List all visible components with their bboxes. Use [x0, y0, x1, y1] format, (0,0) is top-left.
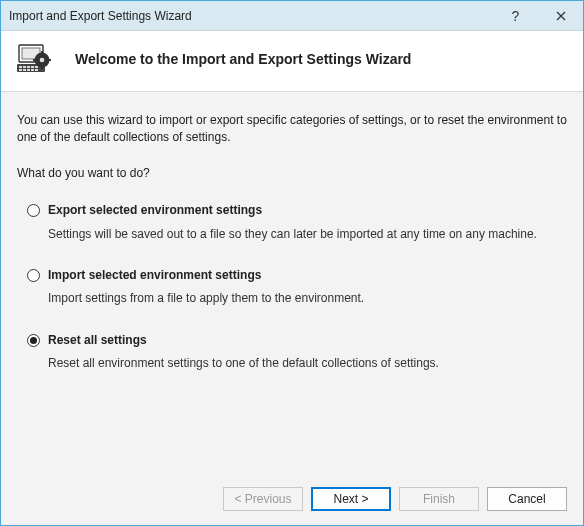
option-import: Import selected environment settings Imp…: [17, 267, 567, 308]
svg-rect-9: [23, 69, 26, 71]
option-reset: Reset all settings Reset all environment…: [17, 332, 567, 373]
title-bar: Import and Export Settings Wizard ?: [1, 1, 583, 31]
body-area: You can use this wizard to import or exp…: [1, 92, 583, 473]
option-reset-row[interactable]: Reset all settings: [27, 332, 567, 349]
help-icon: ?: [512, 8, 520, 24]
svg-rect-10: [27, 69, 30, 71]
option-import-row[interactable]: Import selected environment settings: [27, 267, 567, 284]
cancel-button[interactable]: Cancel: [487, 487, 567, 511]
page-title: Welcome to the Import and Export Setting…: [75, 51, 411, 67]
next-button[interactable]: Next >: [311, 487, 391, 511]
option-export-row[interactable]: Export selected environment settings: [27, 202, 567, 219]
radio-import[interactable]: [27, 269, 40, 282]
window-title: Import and Export Settings Wizard: [9, 9, 493, 23]
option-export-desc: Settings will be saved out to a file so …: [48, 226, 567, 243]
previous-button: < Previous: [223, 487, 303, 511]
svg-rect-16: [41, 66, 43, 69]
intro-text: You can use this wizard to import or exp…: [17, 112, 567, 147]
wizard-window: Import and Export Settings Wizard ?: [0, 0, 584, 526]
svg-rect-7: [35, 66, 38, 68]
wizard-icon: [17, 43, 51, 75]
svg-rect-15: [41, 51, 43, 54]
finish-button: Finish: [399, 487, 479, 511]
svg-rect-12: [35, 69, 38, 71]
radio-export[interactable]: [27, 204, 40, 217]
svg-rect-17: [33, 59, 36, 61]
svg-rect-6: [31, 66, 34, 68]
close-icon: [556, 8, 566, 24]
footer-area: < Previous Next > Finish Cancel: [1, 473, 583, 525]
option-reset-label: Reset all settings: [48, 332, 147, 349]
help-button[interactable]: ?: [493, 1, 538, 30]
svg-rect-18: [48, 59, 51, 61]
header-area: Welcome to the Import and Export Setting…: [1, 31, 583, 92]
close-button[interactable]: [538, 1, 583, 30]
svg-rect-3: [19, 66, 22, 68]
option-import-desc: Import settings from a file to apply the…: [48, 290, 567, 307]
option-import-label: Import selected environment settings: [48, 267, 261, 284]
option-export-label: Export selected environment settings: [48, 202, 262, 219]
svg-rect-4: [23, 66, 26, 68]
option-reset-desc: Reset all environment settings to one of…: [48, 355, 567, 372]
svg-rect-8: [19, 69, 22, 71]
prompt-text: What do you want to do?: [17, 165, 567, 182]
svg-point-14: [40, 58, 45, 63]
radio-reset[interactable]: [27, 334, 40, 347]
svg-rect-11: [31, 69, 34, 71]
svg-rect-5: [27, 66, 30, 68]
option-export: Export selected environment settings Set…: [17, 202, 567, 243]
